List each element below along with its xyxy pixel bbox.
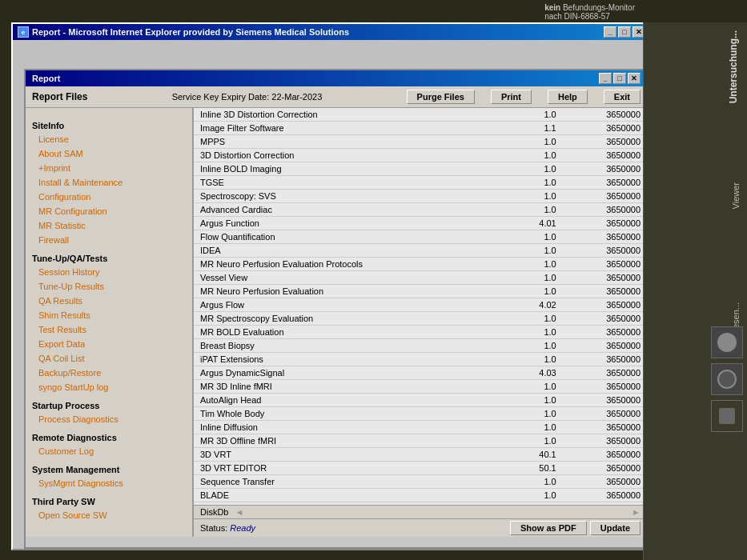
sidebar-link-configuration[interactable]: Configuration — [32, 190, 186, 204]
row-name: MR 3D Offline fMRI — [194, 434, 510, 448]
row-number: 3650000 — [563, 176, 647, 190]
row-name: IDEA — [194, 244, 510, 258]
table-row: Inline Diffusion 1.0 3650000 — [194, 421, 647, 434]
row-number: 3650000 — [563, 190, 647, 203]
update-button[interactable]: Update — [590, 521, 641, 535]
table-row: MR 3D Offline fMRI 1.0 3650000 — [194, 434, 647, 448]
sidebar: SiteInfo License About SAM +Imprint Inst… — [26, 108, 194, 537]
sidebar-link-license[interactable]: License — [32, 132, 186, 146]
service-key-label: Service Key Expiry Date: — [172, 92, 270, 102]
diskdb-bar: DiskDb ◄ ► — [194, 505, 647, 518]
table-row: MR BOLD Evaluation 1.0 3650000 — [194, 326, 647, 339]
row-number: 3650000 — [563, 271, 647, 285]
table-row: MR Neuro Perfusion Evaluation Protocols … — [194, 258, 647, 271]
content-table-wrapper[interactable]: Inline 3D Distortion Correction 1.0 3650… — [194, 108, 647, 505]
sidebar-link-backup-restore[interactable]: Backup/Restore — [32, 366, 186, 380]
row-number: 3650000 — [563, 394, 647, 407]
row-name: Sequence Transfer — [194, 475, 510, 489]
row-number: 3650000 — [563, 339, 647, 353]
report-files-title: Report Files — [32, 91, 87, 102]
row-version: 1.0 — [510, 339, 563, 353]
table-row: Advanced Cardiac 1.0 3650000 — [194, 203, 647, 217]
minimize-button[interactable]: _ — [604, 26, 616, 38]
sidebar-link-imprint[interactable]: +Imprint — [32, 161, 186, 175]
table-row: 3D VRT EDITOR 50.1 3650000 — [194, 462, 647, 475]
sidebar-link-tuneup-results[interactable]: Tune-Up Results — [32, 279, 186, 294]
row-name: Argus Function — [194, 217, 510, 230]
row-name: Vessel View — [194, 271, 510, 285]
row-name: Inline BOLD Imaging — [194, 162, 510, 176]
row-version: 4.02 — [510, 298, 563, 312]
panel-icon-3[interactable] — [711, 400, 743, 432]
row-number: 3650000 — [563, 434, 647, 448]
table-row: Spectroscopy: SVS 1.0 3650000 — [194, 190, 647, 203]
table-row: 3D VRT 40.1 3650000 — [194, 448, 647, 462]
sidebar-link-shim-results[interactable]: Shim Results — [32, 308, 186, 322]
row-version: 1.0 — [510, 244, 563, 258]
sidebar-link-qa-coil-list[interactable]: QA Coil List — [32, 351, 186, 366]
row-version: 1.0 — [510, 176, 563, 190]
restore-button[interactable]: □ — [618, 26, 631, 38]
row-version: 1.0 — [510, 271, 563, 285]
sidebar-link-firewall[interactable]: Firewall — [32, 233, 186, 247]
row-name: AutoAlign Head — [194, 394, 510, 407]
row-number: 3650000 — [563, 407, 647, 421]
row-number: 3650000 — [563, 380, 647, 394]
report-close-button[interactable]: ✕ — [628, 73, 641, 84]
title-bar-buttons: _ □ ✕ — [604, 26, 645, 38]
exit-button[interactable]: Exit — [604, 90, 641, 104]
row-version: 1.0 — [510, 258, 563, 271]
sidebar-link-process-diagnostics[interactable]: Process Diagnostics — [32, 412, 186, 426]
table-row: Sequence Transfer 1.0 3650000 — [194, 475, 647, 489]
row-number: 3650000 — [563, 203, 647, 217]
row-name: 3D VRT — [194, 448, 510, 462]
row-number: 3650000 — [563, 285, 647, 298]
sidebar-link-mr-statistic[interactable]: MR Statistic — [32, 218, 186, 233]
panel-icon-1[interactable] — [711, 326, 743, 358]
third-party-title: Third Party SW — [32, 497, 186, 506]
sidebar-link-about-sam[interactable]: About SAM — [32, 146, 186, 161]
report-body: SiteInfo License About SAM +Imprint Inst… — [26, 108, 647, 537]
purge-files-button[interactable]: Purge Files — [407, 90, 475, 104]
table-row: AutoAlign Head 1.0 3650000 — [194, 394, 647, 407]
row-name: Argus DynamicSignal — [194, 366, 510, 380]
row-version: 1.0 — [510, 326, 563, 339]
row-version: 1.0 — [510, 135, 563, 149]
sidebar-link-mr-configuration[interactable]: MR Configuration — [32, 204, 186, 218]
row-name: MPPS — [194, 135, 510, 149]
remote-diagnostics-title: Remote Diagnostics — [32, 433, 186, 442]
browser-window: e Report - Microsoft Internet Explorer p… — [11, 22, 652, 550]
row-number: 3650000 — [563, 353, 647, 366]
row-number: 3650000 — [563, 489, 647, 502]
main-content: Inline 3D Distortion Correction 1.0 3650… — [194, 108, 647, 537]
sidebar-link-sysmgmt-diagnostics[interactable]: SysMgmt Diagnostics — [32, 476, 186, 490]
row-number: 3650000 — [563, 298, 647, 312]
sidebar-link-qa-results[interactable]: QA Results — [32, 294, 186, 308]
third-party-section: Third Party SW Open Source SW — [32, 497, 186, 522]
row-version: 1.0 — [510, 394, 563, 407]
help-button[interactable]: Help — [548, 90, 588, 104]
report-minimize-button[interactable]: _ — [599, 73, 612, 84]
row-version: 1.0 — [510, 475, 563, 489]
status-label: Status: Ready — [200, 523, 255, 533]
sidebar-link-install[interactable]: Install & Maintenance — [32, 175, 186, 190]
sidebar-link-export-data[interactable]: Export Data — [32, 337, 186, 351]
sidebar-link-customer-log[interactable]: Customer Log — [32, 444, 186, 458]
table-row: MPPS 1.0 3650000 — [194, 135, 647, 149]
row-number: 3650000 — [563, 475, 647, 489]
sidebar-link-session-history[interactable]: Session History — [32, 265, 186, 279]
sidebar-link-test-results[interactable]: Test Results — [32, 322, 186, 337]
row-name: Breast Biopsy — [194, 339, 510, 353]
show-as-pdf-button[interactable]: Show as PDF — [510, 521, 587, 535]
row-version: 1.0 — [510, 162, 563, 176]
report-restore-button[interactable]: □ — [613, 73, 626, 84]
table-row: IDEA 1.0 3650000 — [194, 244, 647, 258]
table-row: Inline 3D Distortion Correction 1.0 3650… — [194, 108, 647, 122]
status-bar: Status: Ready Show as PDF Update — [194, 518, 647, 537]
table-row: MR Spectroscopy Evaluation 1.0 3650000 — [194, 312, 647, 326]
sidebar-link-open-source[interactable]: Open Source SW — [32, 508, 186, 522]
panel-icon-2[interactable] — [711, 363, 743, 395]
sidebar-link-startup-log[interactable]: syngo StartUp log — [32, 380, 186, 394]
table-row: Argus Flow 4.02 3650000 — [194, 298, 647, 312]
print-button[interactable]: Print — [491, 90, 532, 104]
